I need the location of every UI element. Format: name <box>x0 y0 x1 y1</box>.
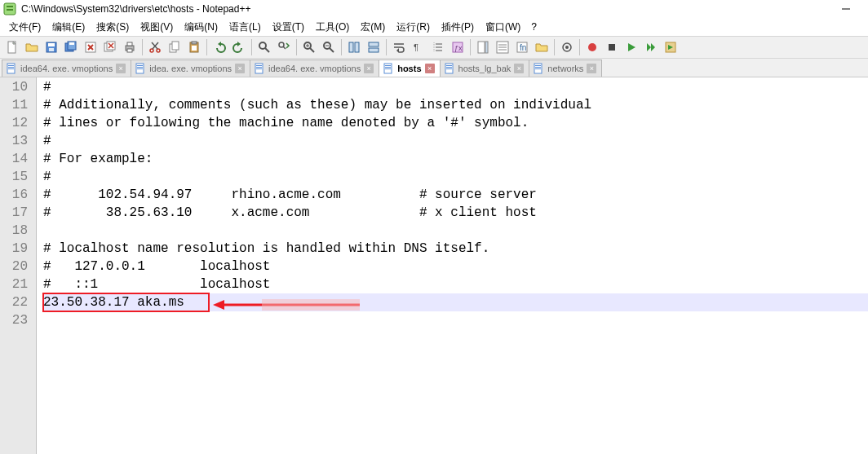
code-line[interactable] <box>43 311 868 329</box>
play-multi-button[interactable] <box>642 38 660 56</box>
svg-rect-67 <box>609 44 615 51</box>
code-line[interactable]: # <box>43 78 868 96</box>
tab-close-icon[interactable]: × <box>235 64 245 73</box>
toolbar-separator <box>470 39 471 55</box>
menu-tools[interactable]: 工具(O) <box>310 20 355 34</box>
menu-settings[interactable]: 设置(T) <box>267 20 310 34</box>
file-icon <box>533 63 544 74</box>
toolbar-separator <box>206 39 207 55</box>
find-button[interactable] <box>255 38 273 56</box>
svg-rect-11 <box>69 42 74 45</box>
code-line[interactable]: # <box>43 132 868 150</box>
tab-close-icon[interactable]: × <box>364 64 374 73</box>
play-macro-button[interactable] <box>622 38 640 56</box>
menu-edit[interactable]: 编辑(E) <box>46 20 91 34</box>
file-tab[interactable]: idea. exe. vmoptions× <box>131 60 250 77</box>
code-line[interactable]: # 102.54.94.97 rhino.acme.com # source s… <box>43 186 868 204</box>
line-number: 11 <box>0 96 28 114</box>
code-line[interactable]: # 127.0.0.1 localhost <box>43 258 868 275</box>
redo-button[interactable] <box>230 38 248 56</box>
file-tab[interactable]: networks× <box>529 60 602 77</box>
print-button[interactable] <box>121 38 139 56</box>
file-tab[interactable]: hosts_lg_bak× <box>440 60 530 77</box>
code-line[interactable]: # Additionally, comments (such as these)… <box>43 96 868 114</box>
doc-map-button[interactable] <box>474 38 492 56</box>
menu-encoding[interactable]: 编码(N) <box>179 20 224 34</box>
svg-rect-74 <box>8 65 14 66</box>
indent-guide-button[interactable] <box>429 38 447 56</box>
sync-v-button[interactable] <box>345 38 363 56</box>
tab-close-icon[interactable]: × <box>587 64 596 73</box>
tab-label: idea64. exe. vmoptions <box>268 64 361 73</box>
tab-close-icon[interactable]: × <box>425 64 435 73</box>
minimize-button[interactable] <box>827 0 865 18</box>
close-all-button[interactable] <box>101 38 119 56</box>
line-number: 13 <box>0 132 28 150</box>
svg-marker-32 <box>237 42 241 46</box>
svg-rect-45 <box>355 42 359 52</box>
menu-file[interactable]: 文件(F) <box>3 20 46 34</box>
menu-help[interactable]: ? <box>526 21 542 33</box>
svg-rect-95 <box>535 67 541 68</box>
code-line[interactable]: # <box>43 168 868 186</box>
file-tab[interactable]: hosts× <box>379 60 440 77</box>
zoom-out-button[interactable] <box>320 38 338 56</box>
svg-text:ƒx: ƒx <box>454 44 463 52</box>
code-content[interactable]: ## Additionally, comments (such as these… <box>37 77 868 454</box>
toolbar-separator <box>341 39 342 55</box>
close-button[interactable] <box>82 38 100 56</box>
stop-macro-button[interactable] <box>603 38 621 56</box>
svg-rect-47 <box>369 48 379 52</box>
file-icon <box>383 63 394 74</box>
save-macro-button[interactable] <box>662 38 680 56</box>
doc-list-button[interactable] <box>494 38 512 56</box>
cut-button[interactable] <box>146 38 164 56</box>
new-file-button[interactable] <box>3 38 21 56</box>
code-line[interactable]: # localhost name resolution is handled w… <box>43 240 868 258</box>
svg-rect-56 <box>478 42 485 53</box>
code-line[interactable]: # ::1 localhost <box>43 275 868 293</box>
menu-view[interactable]: 视图(V) <box>135 20 179 34</box>
code-line[interactable]: # 38.25.63.10 x.acme.com # x client host <box>43 204 868 222</box>
svg-line-36 <box>283 46 286 49</box>
tab-close-icon[interactable]: × <box>514 64 524 73</box>
lang-user-button[interactable]: ƒx <box>449 38 467 56</box>
open-file-button[interactable] <box>23 38 41 56</box>
record-macro-button[interactable] <box>583 38 601 56</box>
tab-close-icon[interactable]: × <box>116 64 126 73</box>
file-tab[interactable]: idea64. exe. vmoptions× <box>250 60 379 77</box>
menu-run[interactable]: 运行(R) <box>391 20 436 34</box>
editor-area[interactable]: 1011121314151617181920212223 ## Addition… <box>0 77 868 454</box>
menu-window[interactable]: 窗口(W) <box>480 20 526 34</box>
code-line[interactable]: 23.50.38.17 aka.ms <box>43 293 868 311</box>
svg-point-33 <box>259 42 266 49</box>
zoom-in-button[interactable] <box>300 38 318 56</box>
replace-button[interactable] <box>275 38 293 56</box>
line-number: 21 <box>0 275 28 293</box>
copy-button[interactable] <box>166 38 184 56</box>
menubar: 文件(F) 编辑(E) 搜索(S) 视图(V) 编码(N) 语言(L) 设置(T… <box>0 18 868 36</box>
menu-search[interactable]: 搜索(S) <box>91 20 135 34</box>
svg-rect-82 <box>256 65 262 66</box>
line-number: 16 <box>0 186 28 204</box>
menu-macro[interactable]: 宏(M) <box>355 20 391 34</box>
code-line[interactable]: # For example: <box>43 150 868 168</box>
save-all-button[interactable] <box>62 38 80 56</box>
line-number: 18 <box>0 222 28 240</box>
file-tab[interactable]: idea64. exe. vmoptions× <box>2 60 131 77</box>
code-line[interactable]: # lines or following the machine name de… <box>43 114 868 132</box>
tab-label: hosts <box>397 64 421 73</box>
all-chars-button[interactable]: ¶ <box>410 38 427 56</box>
monitor-button[interactable] <box>558 38 576 56</box>
paste-button[interactable] <box>185 38 203 56</box>
folder-button[interactable] <box>533 38 551 56</box>
menu-plugins[interactable]: 插件(P) <box>436 20 480 34</box>
func-list-button[interactable]: fn <box>513 38 531 56</box>
wordwrap-button[interactable] <box>390 38 408 56</box>
svg-marker-69 <box>647 43 651 51</box>
menu-language[interactable]: 语言(L) <box>224 20 267 34</box>
undo-button[interactable] <box>210 38 228 56</box>
save-button[interactable] <box>42 38 60 56</box>
code-line[interactable] <box>43 222 868 240</box>
sync-h-button[interactable] <box>365 38 383 56</box>
